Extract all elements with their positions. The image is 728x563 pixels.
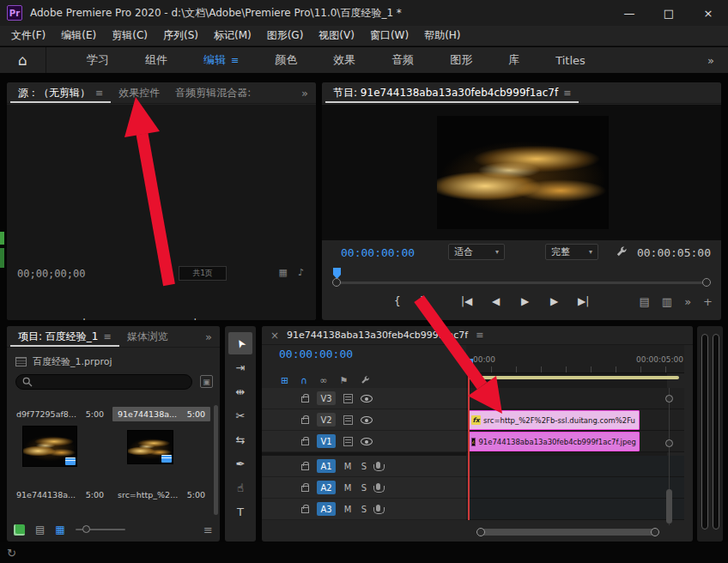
mute-button[interactable]: M <box>343 483 352 493</box>
vertical-scrollbar[interactable] <box>666 489 672 524</box>
solo-button[interactable]: S <box>360 505 368 514</box>
track-lane-v3[interactable] <box>466 388 684 409</box>
lock-icon[interactable] <box>301 397 309 403</box>
menu-file[interactable]: 文件(F) <box>3 28 53 43</box>
play-button[interactable]: ▶ <box>136 318 143 320</box>
project-item[interactable]: 91e744138a... 5:00 <box>11 487 109 502</box>
tab-media-browser[interactable]: 媒体浏览 <box>119 326 176 347</box>
track-lane-a1[interactable] <box>466 456 684 477</box>
track-lane-a2[interactable] <box>466 477 684 499</box>
menu-clip[interactable]: 剪辑(C) <box>104 28 155 43</box>
panel-overflow-icon[interactable]: » <box>205 330 212 343</box>
close-button[interactable]: × <box>689 0 728 26</box>
maximize-button[interactable]: □ <box>649 0 689 26</box>
menu-edit[interactable]: 编辑(E) <box>53 28 104 43</box>
workspace-tab-learning[interactable]: 学习 <box>69 52 127 68</box>
program-scrub-bar[interactable] <box>336 282 707 284</box>
workspace-tab-assembly[interactable]: 组件 <box>127 52 185 68</box>
sync-lock-icon[interactable] <box>343 437 353 446</box>
workspace-tab-graphics[interactable]: 图形 <box>432 52 490 68</box>
hand-tool[interactable]: ☝ <box>228 476 252 499</box>
workspace-tab-libraries[interactable]: 库 <box>490 52 537 68</box>
track-target-v2[interactable]: V2 <box>317 413 336 427</box>
sync-lock-icon[interactable] <box>343 415 353 425</box>
track-select-forward-tool[interactable]: ⇥ <box>228 356 252 378</box>
toggle-track-output-icon[interactable] <box>361 395 373 403</box>
voiceover-record-icon[interactable] <box>376 505 380 512</box>
work-area-bar[interactable] <box>468 376 679 379</box>
clip-thumbnail[interactable] <box>22 426 77 467</box>
workspace-overflow-icon[interactable]: » <box>707 54 714 67</box>
slider-knob[interactable] <box>82 525 90 533</box>
go-to-in-button[interactable]: |◀ <box>461 295 472 307</box>
play-button[interactable]: ▶ <box>521 295 529 307</box>
list-view-icon[interactable]: ▤ <box>35 524 45 536</box>
project-writable-icon[interactable] <box>14 524 25 536</box>
workspace-tab-editing[interactable]: 编辑 ≡ <box>185 52 257 68</box>
menu-markers[interactable]: 标记(M) <box>206 28 259 43</box>
voiceover-record-icon[interactable] <box>376 462 380 469</box>
timeline-clip-image[interactable]: 91e744138aba13a30feb4cb999f1ac7f.jpeg <box>468 432 640 451</box>
add-marker-icon[interactable]: ⚑ <box>339 375 348 388</box>
solo-button[interactable]: S <box>360 483 368 493</box>
project-item-selected[interactable]: 91e744138a... 5:00 <box>112 407 210 421</box>
tab-audio-clip-mixer[interactable]: 音频剪辑混合器: <box>167 82 258 103</box>
razor-tool[interactable]: ✂ <box>228 404 252 427</box>
playback-resolution-select[interactable]: 完整 ▾ <box>545 244 598 260</box>
type-tool[interactable]: T <box>228 500 252 523</box>
home-icon[interactable]: ⌂ <box>0 47 46 73</box>
workspace-tab-color[interactable]: 颜色 <box>257 52 315 68</box>
drag-video-only-icon[interactable]: ▦ <box>279 267 288 278</box>
selection-tool[interactable]: ➤ <box>228 332 252 354</box>
close-icon[interactable]: × <box>270 330 279 342</box>
settings-wrench-icon[interactable] <box>615 245 628 262</box>
project-file-row[interactable]: 百度经验_1.prproj <box>15 355 112 368</box>
button-editor-icon[interactable]: + <box>703 295 713 308</box>
extract-icon[interactable]: ▥ <box>662 295 672 308</box>
project-item[interactable]: d9f77295af8... 5:00 <box>11 407 109 421</box>
program-timecode[interactable]: 00:00:00:00 <box>341 246 415 259</box>
voiceover-record-icon[interactable] <box>376 483 380 490</box>
playhead-line[interactable] <box>468 369 470 520</box>
more-buttons-icon[interactable]: » <box>279 318 286 320</box>
mute-button[interactable]: M <box>343 505 352 514</box>
search-bin-icon[interactable]: ▣ <box>200 375 213 388</box>
menu-help[interactable]: 帮助(H) <box>416 28 468 43</box>
scrollbar-handle[interactable] <box>665 395 673 403</box>
minimize-button[interactable]: — <box>610 0 649 26</box>
lock-icon[interactable] <box>301 464 309 470</box>
scrollbar-handle[interactable] <box>702 278 711 287</box>
panel-menu-icon[interactable]: ≡ <box>95 88 103 99</box>
menu-view[interactable]: 视图(V) <box>311 28 362 43</box>
vertical-scrollbar[interactable] <box>214 405 218 515</box>
icon-view-icon[interactable]: ▦ <box>55 524 64 536</box>
track-target-v3[interactable]: V3 <box>317 391 336 405</box>
sync-lock-icon[interactable] <box>343 394 353 403</box>
slip-tool[interactable]: ⇆ <box>228 428 252 451</box>
zoom-handle[interactable] <box>476 528 485 536</box>
panel-menu-icon[interactable]: ≡ <box>104 331 112 342</box>
zoom-level-select[interactable]: 适合 ▾ <box>448 244 505 260</box>
panel-menu-icon[interactable]: ≡ <box>563 88 571 99</box>
button-editor-icon[interactable]: + <box>298 318 307 320</box>
clip-thumbnail[interactable] <box>127 430 173 464</box>
snap-icon[interactable]: ∩ <box>300 375 307 388</box>
workspace-tab-titles[interactable]: Titles <box>537 52 604 68</box>
toggle-track-output-icon[interactable] <box>361 438 373 445</box>
go-to-out-button[interactable]: ▶| <box>578 295 589 307</box>
mute-button[interactable]: M <box>343 462 352 471</box>
scrollbar-handle[interactable] <box>665 439 673 447</box>
horizontal-scrollbar[interactable] <box>479 529 657 536</box>
menu-sequence[interactable]: 序列(S) <box>155 28 206 43</box>
source-page-indicator[interactable]: 共1页 <box>179 266 227 281</box>
timeline-clip-graphic[interactable]: fx src=http_%2F%2Fb-ssl.duitang.com%2Fu <box>468 410 640 430</box>
go-to-in-button[interactable]: |◀ <box>82 318 94 320</box>
track-target-a3[interactable]: A3 <box>317 502 336 516</box>
more-buttons-icon[interactable]: » <box>684 295 691 308</box>
scrollbar-handle[interactable] <box>332 278 341 287</box>
sequence-tab-label[interactable]: 91e744138aba13a30feb4cb999f1ac7f <box>287 330 468 341</box>
panel-overflow-icon[interactable]: » <box>301 87 308 100</box>
source-timecode[interactable]: 00;00;00;00 <box>17 268 85 280</box>
ripple-edit-tool[interactable]: ⇹ <box>228 380 252 403</box>
time-ruler[interactable]: 00:00 00:00:05:00 <box>466 345 684 373</box>
